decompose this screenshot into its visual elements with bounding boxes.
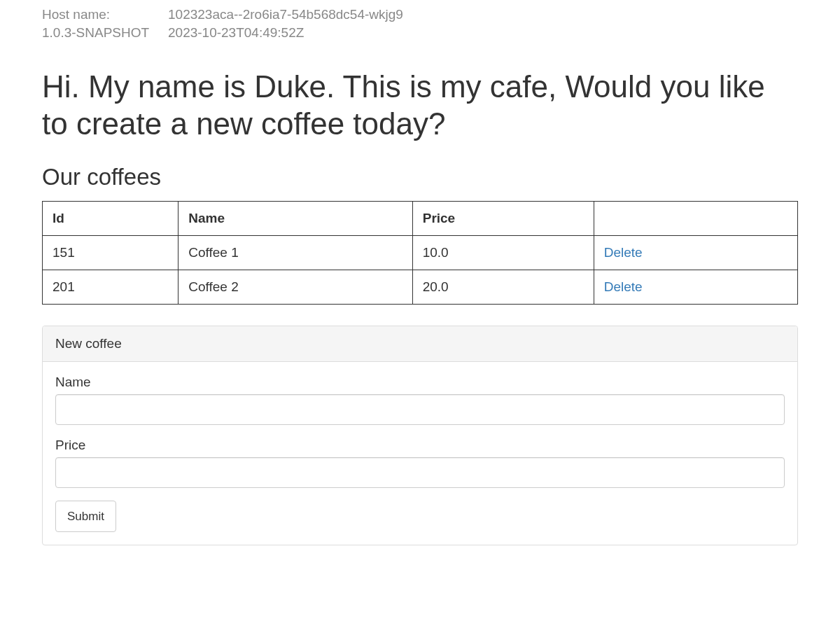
cell-name: Coffee 2 [178,270,412,304]
page-title: Hi. My name is Duke. This is my cafe, Wo… [42,69,798,143]
submit-button[interactable]: Submit [55,501,116,533]
panel-title: New coffee [43,326,797,362]
cell-id: 201 [43,270,178,304]
table-row: 151Coffee 110.0Delete [43,235,798,270]
name-label: Name [55,375,785,390]
host-value: 102323aca--2ro6ia7-54b568dc54-wkjg9 [168,7,798,22]
cell-price: 10.0 [412,235,594,270]
name-input[interactable] [55,394,785,425]
cell-name: Coffee 1 [178,235,412,270]
version-value: 1.0.3-SNAPSHOT [42,25,168,41]
version-info: 1.0.3-SNAPSHOT 2023-10-23T04:49:52Z [42,25,798,41]
cell-action: Delete [594,270,797,304]
header-name: Name [178,201,412,235]
table-row: 201Coffee 220.0Delete [43,270,798,304]
cell-price: 20.0 [412,270,594,304]
host-label: Host name: [42,7,168,22]
host-info: Host name: 102323aca--2ro6ia7-54b568dc54… [42,7,798,22]
coffees-table: Id Name Price 151Coffee 110.0Delete201Co… [42,201,798,305]
price-label: Price [55,438,785,453]
header-action [594,201,797,235]
new-coffee-panel: New coffee Name Price Submit [42,326,798,546]
cell-id: 151 [43,235,178,270]
table-header-row: Id Name Price [43,201,798,235]
header-price: Price [412,201,594,235]
delete-link[interactable]: Delete [604,279,643,294]
header-id: Id [43,201,178,235]
delete-link[interactable]: Delete [604,245,643,260]
cell-action: Delete [594,235,797,270]
price-input[interactable] [55,457,785,488]
section-title: Our coffees [42,164,798,190]
build-time: 2023-10-23T04:49:52Z [168,25,798,41]
